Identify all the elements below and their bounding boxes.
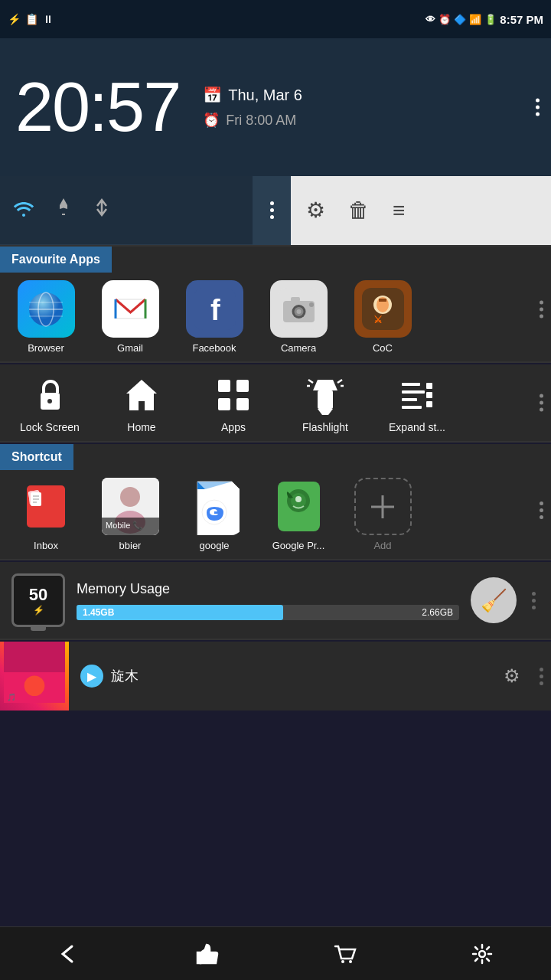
shortcut-google[interactable]: google	[172, 478, 256, 551]
app-coc[interactable]: ⚔ CoC	[341, 280, 425, 354]
svg-marker-32	[318, 409, 333, 415]
bbier-icon: Mobile 📞	[102, 478, 159, 535]
shortcut-section: Shortcut Inbox	[0, 444, 551, 559]
svg-rect-31	[318, 390, 333, 409]
status-right-icons: 👁 ⏰ 🔷 📶 🔋 8:57 PM	[425, 13, 543, 26]
clock-time-display: 20:57	[15, 68, 180, 147]
fav-apps-more-button[interactable]	[540, 300, 543, 318]
evernote-icon	[270, 478, 328, 535]
qs-three-dots[interactable]	[270, 201, 274, 219]
shortcut-label: Shortcut	[11, 450, 62, 463]
music-more-button[interactable]	[532, 668, 551, 685]
app-facebook[interactable]: f Facebook	[172, 280, 256, 354]
svg-marker-25	[126, 380, 157, 410]
svg-point-64	[295, 496, 302, 502]
memory-widget: 50 ⚡ Memory Usage 1.45GB 2.66GB 🧹	[0, 562, 551, 639]
three-dots-vertical[interactable]	[536, 99, 540, 116]
clock-details: 📅 Thu, Mar 6 ⏰ Fri 8:00 AM	[203, 86, 302, 129]
trash-action-icon[interactable]: 🗑	[348, 198, 370, 223]
separator-5	[0, 639, 551, 640]
lock-screen-icon	[27, 372, 73, 418]
svg-rect-38	[402, 390, 425, 394]
memory-bar-fill: 1.45GB	[77, 605, 283, 620]
browser-icon	[18, 280, 75, 338]
svg-point-17	[309, 302, 314, 307]
svg-rect-42	[426, 392, 432, 398]
action-lock-screen[interactable]: Lock Screen	[4, 372, 96, 433]
clock-widget: 20:57 📅 Thu, Mar 6 ⏰ Fri 8:00 AM	[0, 38, 551, 176]
svg-rect-28	[218, 398, 230, 410]
add-label: Add	[373, 540, 391, 551]
svg-point-73	[479, 951, 485, 957]
app-browser[interactable]: Browser	[4, 280, 88, 354]
nav-back-button[interactable]	[46, 935, 92, 973]
quick-actions-more-button[interactable]	[540, 394, 543, 412]
quick-settings-more[interactable]	[253, 176, 291, 245]
alarm-icon: ⏰	[203, 112, 220, 129]
action-home[interactable]: Home	[96, 372, 187, 433]
play-icon: ▶	[87, 669, 96, 684]
shortcut-add[interactable]: Add	[341, 478, 425, 551]
memory-more-button[interactable]	[528, 588, 540, 613]
svg-rect-68	[4, 642, 65, 672]
shortcut-more-button[interactable]	[540, 501, 543, 519]
settings-action-icon[interactable]: ⚙	[306, 198, 325, 223]
pause-icon: ⏸	[43, 13, 54, 25]
clock-date: 📅 Thu, Mar 6	[203, 86, 302, 104]
svg-rect-43	[426, 401, 432, 407]
nav-like-button[interactable]	[184, 935, 230, 973]
shortcut-google-pr[interactable]: Google Pr...	[256, 478, 341, 551]
qs-toggle-icons	[0, 197, 253, 224]
apps-label: Apps	[221, 421, 246, 433]
app-gmail[interactable]: Gmail	[88, 280, 172, 354]
svg-text:f: f	[210, 294, 220, 326]
music-album-art: 🎵	[0, 642, 69, 710]
svg-rect-40	[402, 406, 422, 409]
separator-2	[0, 361, 551, 363]
music-title: 旋木	[111, 667, 139, 685]
browser-label: Browser	[28, 342, 64, 354]
music-play-button[interactable]: ▶	[80, 665, 103, 688]
clock-alarm: ⏰ Fri 8:00 AM	[203, 112, 302, 129]
airplane-toggle[interactable]	[51, 197, 76, 224]
shortcut-inbox[interactable]: Inbox	[4, 478, 88, 551]
memory-title: Memory Usage	[77, 581, 459, 597]
google-pr-label: Google Pr...	[272, 540, 325, 551]
battery-percent-value: 50	[29, 585, 47, 605]
favourite-apps-header: Favourite Apps	[0, 247, 112, 273]
music-settings-button[interactable]: ⚙	[492, 665, 532, 687]
shortcut-bbier[interactable]: Mobile 📞 bbier	[88, 478, 172, 551]
wifi-toggle[interactable]	[11, 197, 36, 224]
action-flashlight[interactable]: Flashlight	[279, 372, 371, 433]
shortcut-three-dots[interactable]	[540, 501, 543, 519]
clock-menu-button[interactable]	[536, 99, 540, 116]
fav-apps-three-dots[interactable]	[540, 300, 543, 318]
action-expand[interactable]: Expand st...	[371, 372, 463, 433]
nav-settings-button[interactable]	[459, 935, 505, 973]
camera-label: Camera	[281, 342, 316, 354]
google-icon	[186, 478, 243, 535]
quick-actions-three-dots[interactable]	[540, 394, 543, 412]
app-camera[interactable]: Camera	[256, 280, 341, 354]
memory-clean-button[interactable]: 🧹	[471, 577, 517, 623]
nav-cart-button[interactable]	[321, 935, 367, 973]
svg-point-52	[120, 487, 140, 507]
quick-actions-section: Lock Screen Home Apps	[0, 364, 551, 441]
svg-rect-21	[379, 299, 386, 302]
svg-rect-27	[236, 380, 249, 392]
coc-label: CoC	[373, 342, 393, 354]
action-apps[interactable]: Apps	[187, 372, 279, 433]
gmail-label: Gmail	[117, 342, 143, 354]
memory-used: 1.45GB	[83, 607, 114, 618]
add-icon	[354, 478, 412, 535]
memory-bar: 1.45GB 2.66GB	[77, 605, 459, 620]
data-toggle[interactable]	[91, 197, 112, 224]
favourite-apps-label: Favourite Apps	[11, 253, 100, 266]
menu-action-icon[interactable]: ≡	[393, 198, 405, 223]
svg-text:⚔: ⚔	[373, 314, 383, 325]
svg-point-72	[349, 960, 352, 963]
svg-text:Mobile 📞: Mobile 📞	[106, 520, 143, 531]
battery-lightning: ⚡	[33, 605, 44, 616]
eye-icon: 👁	[425, 14, 435, 25]
inbox-label: Inbox	[34, 540, 58, 551]
